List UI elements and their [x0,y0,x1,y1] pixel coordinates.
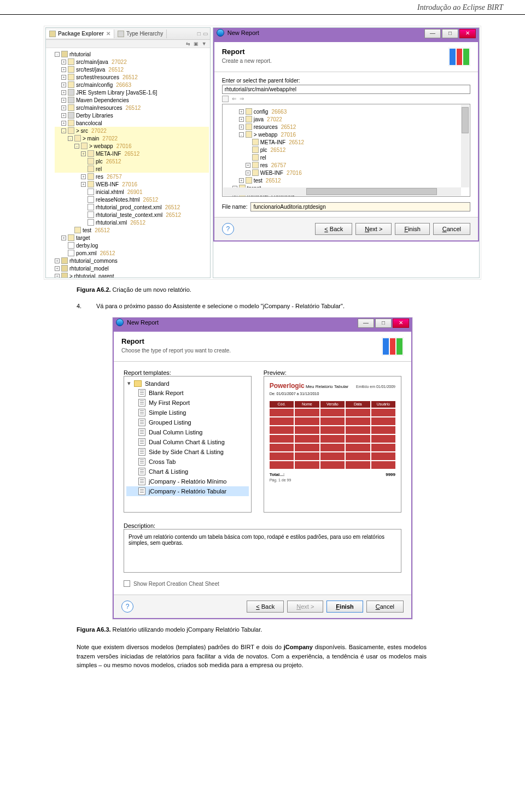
tree-item-label[interactable]: > webapp [89,143,113,149]
chevron-down-icon[interactable]: ▾ [127,380,131,387]
tree-item-label[interactable]: rel [260,155,266,161]
template-item[interactable]: Dual Column Chart & Listing [126,437,249,447]
tree-toggle-icon[interactable]: - [55,52,60,57]
tree-toggle-icon[interactable]: + [55,258,60,263]
template-item[interactable]: Simple Listing [126,408,249,417]
finish-button[interactable]: Finish [326,601,363,613]
next-button[interactable]: Next > [355,223,392,235]
back-icon[interactable]: ⇐ [232,96,236,102]
folder-tree[interactable]: +config26663+java27022+resources26512-> … [224,105,469,197]
tree-item-label[interactable]: Maven Dependencies [76,97,129,103]
minimize-button[interactable]: — [424,29,441,38]
maximize-button[interactable]: □ [442,29,458,38]
home-icon[interactable] [222,96,229,102]
tree-item-label[interactable]: rel [96,166,102,172]
tree-item-label[interactable]: config [254,109,269,115]
tree-toggle-icon[interactable]: + [246,163,250,168]
cancel-button[interactable]: Cancel [433,223,470,235]
tree-toggle-icon[interactable]: + [239,109,244,114]
templates-list[interactable]: ▾StandardBlank ReportMy First ReportSimp… [124,376,252,513]
tree-item-label[interactable]: derby.log [76,243,98,249]
tree-toggle-icon[interactable]: + [61,60,66,64]
template-item[interactable]: Dual Column Listing [126,427,249,437]
tree-toggle-icon[interactable]: + [81,174,86,179]
tree-item-label[interactable]: test [254,178,262,184]
tree-item-label[interactable]: rhtutorial_prod_context.xml [96,204,162,210]
tree-toggle-icon[interactable]: + [61,98,66,103]
minimize-button[interactable]: — [358,319,374,328]
tree-toggle-icon[interactable]: + [61,90,66,95]
tree-toggle-icon[interactable]: - [239,132,244,137]
tree-item-label[interactable]: resources [254,124,278,130]
tree-toggle-icon[interactable]: + [55,274,60,278]
tree-item-label[interactable]: rhtutorial_model [69,266,109,272]
template-item[interactable]: My First Report [126,398,249,408]
view-menu-icon[interactable]: ▼ [202,41,207,46]
tree-item-label[interactable]: src/main/resources [76,105,122,111]
back-button[interactable]: < Back [315,223,352,235]
close-button[interactable]: ✕ [459,29,476,38]
tree-item-label[interactable]: rhtutorial.xml [96,220,127,226]
tree-item-label[interactable]: plc [260,147,267,153]
tree-toggle-icon[interactable]: + [239,117,244,122]
tree-item-label[interactable]: test [83,227,91,233]
tree-item-label[interactable]: plc [96,158,103,164]
tree-item-label[interactable]: META-INF [96,151,121,157]
tree-toggle-icon[interactable]: + [61,113,66,118]
tree-item-label[interactable]: src/test/java [76,67,105,73]
finish-button[interactable]: Finish [395,223,429,235]
tree-item-label[interactable]: pom.xml [76,250,97,256]
maximize-button[interactable]: □ [375,319,392,328]
template-item[interactable]: jCompany - Relatório Tabular [126,486,249,496]
tree-toggle-icon[interactable]: + [239,178,244,183]
help-button[interactable]: ? [121,601,133,613]
tree-item-label[interactable]: java [254,116,264,122]
tree-item-label[interactable]: Derby Libraries [76,113,113,119]
tree-toggle-icon[interactable]: - [74,144,79,149]
tree-toggle-icon[interactable]: + [246,170,250,175]
tree-item-label[interactable]: > webapp [254,132,278,138]
forward-icon[interactable]: ⇒ [240,96,244,102]
package-tree[interactable]: -rhtutorial+src/main/java27022+src/test/… [46,48,210,278]
tree-item-label[interactable]: WEB-INF [260,170,283,176]
tree-item-label[interactable]: src/main/java [76,59,108,65]
template-item[interactable]: Grouped Listing [126,417,249,427]
tree-toggle-icon[interactable]: + [61,83,66,87]
close-tab-icon[interactable]: ✕ [106,31,110,37]
template-item[interactable]: Blank Report [126,388,249,398]
back-button[interactable]: < Back [247,601,284,613]
tree-item-label[interactable]: > src [76,128,88,134]
tree-toggle-icon[interactable]: + [239,125,244,130]
tree-toggle-icon[interactable]: - [68,136,73,141]
tree-item-label[interactable]: target [76,235,90,241]
tree-item-label[interactable]: rhtutorial [69,51,91,57]
tree-toggle-icon[interactable]: + [55,266,60,271]
tree-toggle-icon[interactable]: + [61,105,66,110]
help-button[interactable]: ? [222,223,234,235]
tree-item-label[interactable]: bancolocal [76,120,102,126]
parent-folder-input[interactable] [222,85,470,94]
tree-toggle-icon[interactable]: + [61,67,66,72]
tree-item-label[interactable]: WEB-INF [96,181,119,187]
close-button[interactable]: ✕ [393,319,409,328]
minimize-icon[interactable]: □ [197,31,201,37]
next-button[interactable]: Next > [287,601,323,613]
vertical-scrollbar[interactable] [461,105,469,187]
link-with-editor-icon[interactable]: ⇆ [186,41,190,46]
template-item[interactable]: Side by Side Chart & Listing [126,447,249,457]
template-item[interactable]: Cross Tab [126,457,249,467]
tree-item-label[interactable]: rhtutorial_teste_context.xml [96,212,162,218]
templates-folder-label[interactable]: Standard [145,380,170,387]
tree-toggle-icon[interactable]: - [61,128,66,133]
tree-item-label[interactable]: src/main/config [76,82,113,88]
tree-item-label[interactable]: JRE System Library [JavaSE-1.6] [76,90,157,96]
tree-item-label[interactable]: res [260,162,268,168]
tree-item-label[interactable]: res [96,174,103,180]
collapse-all-icon[interactable]: ▣ [194,41,199,46]
tree-item-label[interactable]: src/test/resources [76,74,119,80]
cancel-button[interactable]: Cancel [366,601,404,613]
file-name-input[interactable] [250,202,470,211]
tree-item-label[interactable]: releaseNotes.html [96,197,140,203]
horizontal-scrollbar[interactable] [223,187,461,196]
tab-type-hierarchy[interactable]: Type Hierarchy [114,30,167,38]
